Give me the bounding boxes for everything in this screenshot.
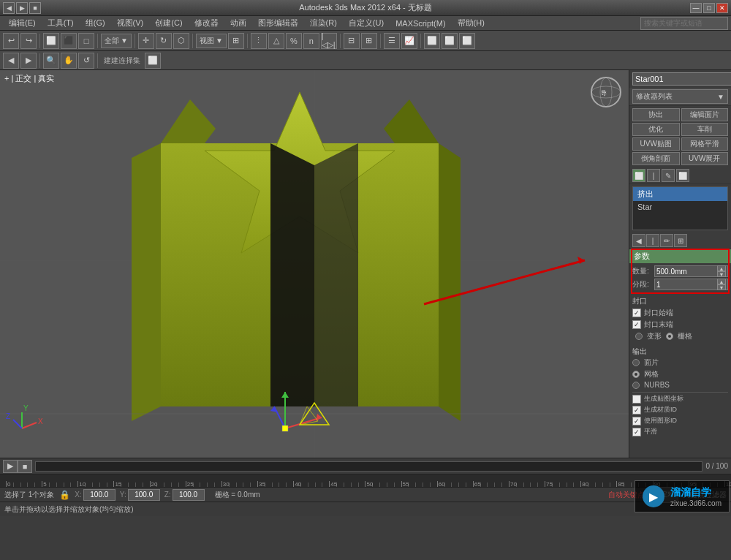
viewport[interactable]: + | 正交 | 真实 (0, 70, 629, 458)
smooth-checkbox[interactable] (632, 428, 641, 436)
amount-input[interactable]: 500.0mm ▲ ▼ (654, 265, 728, 277)
amount-spin-down[interactable]: ▼ (717, 271, 726, 277)
search-input[interactable] (640, 17, 728, 30)
maximize-button[interactable]: □ (703, 3, 715, 13)
btn-xiechu[interactable]: 协出 (632, 108, 680, 121)
panel-tab-pen[interactable]: ✏ (660, 234, 673, 247)
pan-button[interactable]: ✋ (61, 53, 77, 69)
render-setup[interactable]: ⬜ (424, 33, 440, 49)
btn-uvwunwrap[interactable]: UVW展开 (681, 152, 729, 165)
select-region-button[interactable]: □ (78, 33, 94, 49)
face-radio[interactable] (632, 359, 640, 366)
menu-edit[interactable]: 编辑(E) (3, 16, 42, 30)
redo-button[interactable]: ↪ (20, 33, 37, 49)
menu-graph-editors[interactable]: 图形编辑器 (252, 16, 304, 30)
segments-spin-up[interactable]: ▲ (717, 279, 726, 284)
menu-modifiers[interactable]: 修改器 (189, 16, 224, 30)
modifier-star[interactable]: Star (633, 201, 727, 213)
lock-icon[interactable]: 🔒 (58, 489, 70, 501)
menu-create[interactable]: 创建(C) (149, 16, 188, 30)
menu-animation[interactable]: 动画 (224, 16, 252, 30)
grid-radio[interactable] (666, 333, 673, 340)
undo-button[interactable]: ↩ (3, 33, 19, 49)
coord-y-input[interactable] (128, 489, 160, 501)
timeline-ruler[interactable]: 0 5 10 15 20 25 (0, 474, 731, 487)
timeline-stop[interactable]: ■ (18, 460, 32, 473)
tab-icon-2[interactable]: | (647, 169, 660, 182)
menu-tools[interactable]: 工具(T) (42, 16, 80, 30)
coord-x-input[interactable] (83, 489, 115, 501)
gen-map-checkbox[interactable] (632, 395, 641, 404)
timeline-bar[interactable] (35, 461, 702, 472)
menu-maxscript[interactable]: MAXScript(M) (390, 16, 451, 30)
mesh-radio[interactable] (632, 371, 640, 378)
segments-label: 分段: (632, 279, 654, 290)
modifier-list-dropdown[interactable]: 修改器列表 ▼ (632, 89, 728, 104)
normal-align[interactable]: ⊞ (361, 33, 377, 49)
scale-button[interactable]: ⬡ (173, 33, 189, 49)
viewport-dropdown[interactable]: 视图 ▼ (196, 34, 227, 48)
panel-tab-icons: ⬜ | ✎ ⬜ (629, 167, 731, 184)
nurbs-radio[interactable] (632, 382, 640, 389)
segments-input[interactable]: 1 ▲ ▼ (654, 279, 728, 290)
navigation-cube[interactable]: 导 (590, 76, 623, 109)
panel-tab-back[interactable]: ◀ (632, 234, 645, 247)
menu-group[interactable]: 组(G) (80, 16, 111, 30)
menu-view[interactable]: 视图(V) (111, 16, 150, 30)
rotate-button[interactable]: ↻ (156, 33, 172, 49)
window-title: Autodesk 3ds Max 2012 x64 - 无标题 (41, 2, 690, 13)
amount-spin-up[interactable]: ▲ (717, 265, 726, 271)
layer-manager[interactable]: ☰ (384, 33, 400, 49)
object-name-row: ▼ (629, 70, 731, 88)
tab-icon-1[interactable]: ⬜ (632, 169, 645, 182)
coord-z-input[interactable] (173, 489, 205, 501)
snap-toggle[interactable]: ⋮ (251, 33, 267, 49)
panel-tab-grid[interactable]: ⊞ (674, 234, 687, 247)
viewport-layout-button[interactable]: ⊞ (228, 33, 244, 49)
menu-render[interactable]: 渲染(R) (304, 16, 343, 30)
close-button[interactable]: ✕ (716, 3, 728, 13)
zoom-button[interactable]: 🔍 (43, 53, 59, 69)
params-section-header[interactable]: 参数 (629, 249, 731, 263)
select-button[interactable]: ⬜ (43, 33, 59, 49)
render-frame[interactable]: ⬜ (442, 33, 458, 49)
btn-lathe[interactable]: 车削 (681, 123, 729, 136)
menu-help[interactable]: 帮助(H) (452, 16, 491, 30)
segments-spin-down[interactable]: ▼ (717, 284, 726, 290)
cap-end-checkbox[interactable] (632, 320, 641, 329)
btn-optimize[interactable]: 优化 (632, 123, 680, 136)
select-name-button[interactable]: ⬛ (61, 33, 77, 49)
select-prev-button[interactable]: ◀ (3, 53, 19, 69)
orbit-button[interactable]: ↺ (78, 53, 94, 69)
modifier-extrude[interactable]: 挤出 (633, 187, 727, 201)
tab-icon-4[interactable]: ⬜ (676, 169, 689, 182)
select-filter-btn[interactable]: ⬜ (145, 53, 161, 69)
render-last[interactable]: ⬜ (459, 33, 475, 49)
btn-bevelprofile[interactable]: 倒角剖面 (632, 152, 680, 165)
btn-uvwmap[interactable]: UVW贴图 (632, 137, 680, 151)
timeline-play[interactable]: ▶ (3, 460, 18, 473)
gen-mat-checkbox[interactable] (632, 406, 641, 415)
object-name-input[interactable] (632, 72, 731, 86)
next-button[interactable]: ▶ (20, 53, 37, 69)
angle-snap[interactable]: △ (268, 33, 284, 49)
curve-editor[interactable]: 📈 (401, 33, 417, 49)
panel-tab-pin[interactable]: | (646, 234, 659, 247)
cap-start-label: 封口始端 (644, 308, 673, 318)
cap-start-checkbox[interactable] (632, 309, 641, 317)
tab-icon-3[interactable]: ✎ (662, 169, 675, 182)
svg-text:导: 导 (601, 90, 607, 97)
spinner-snap[interactable]: n (303, 33, 319, 49)
mirror-button[interactable]: |◁▷| (321, 33, 337, 49)
morph-radio[interactable] (635, 333, 643, 340)
use-shape-checkbox[interactable] (632, 417, 641, 425)
move-button[interactable]: ✛ (138, 33, 154, 49)
align-button[interactable]: ⊟ (344, 33, 360, 49)
btn-editpatch[interactable]: 编辑面片 (681, 108, 729, 121)
minimize-button[interactable]: — (690, 3, 702, 13)
svg-marker-3 (132, 143, 161, 421)
btn-meshsmooth[interactable]: 网格平滑 (681, 137, 729, 151)
filter-dropdown[interactable]: 全部 ▼ (101, 34, 132, 48)
percent-snap[interactable]: % (286, 33, 302, 49)
menu-customize[interactable]: 自定义(U) (343, 16, 390, 30)
